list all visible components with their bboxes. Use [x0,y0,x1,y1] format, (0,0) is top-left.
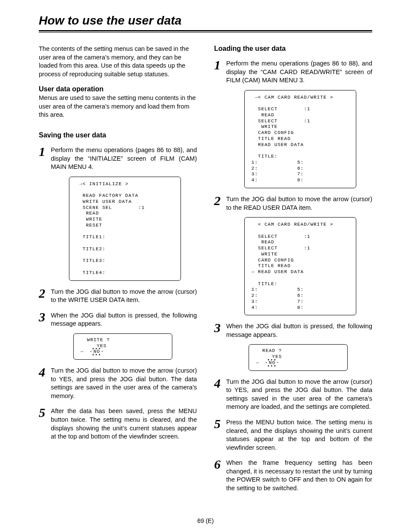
step-text: After the data has been saved, press the… [51,407,197,441]
right-step-2: 2 Turn the JOG dial button to move the a… [214,195,372,212]
left-step-3: 3 When the JOG dial button is pressed, t… [39,311,197,328]
page-number: 69 (E) [0,517,411,524]
screen-initialize: →< INITIALIZE > READ FACTORY DATA WRITE … [69,177,181,281]
step-text: Turn the JOG dial button to move the arr… [51,288,197,305]
intro-text: The contents of the setting menus can be… [39,45,197,78]
step-text: Turn the JOG dial button to move the arr… [226,378,372,411]
step-number-icon: 4 [39,367,51,377]
step-number-icon: 1 [214,59,226,70]
user-data-operation-text: Menus are used to save the setting menu … [39,94,197,119]
screen-cam-card-1: →< CAM CARD READ/WRITE > SELECT :1 READ … [244,90,356,188]
step-number-icon: 2 [39,288,51,298]
screen-write-prompt: WRITE ? YES → ▾▾▾╴NO╶▴▴▴ [73,333,172,360]
step-text: Turn the JOG dial button to move the arr… [51,367,197,400]
left-step-2: 2 Turn the JOG dial button to move the a… [39,288,197,305]
screen-cam-card-2: < CAM CARD READ/WRITE > SELECT :1 READ S… [244,217,356,315]
step-number-icon: 3 [214,322,226,333]
prompt-label: WRITE ? [87,337,110,342]
right-step-4: 4 Turn the JOG dial button to move the a… [214,378,372,411]
step-text: Turn the JOG dial button to move the arr… [226,195,372,212]
page-title: How to use the user data [39,14,372,28]
prompt-no-selected: ▾▾▾╴NO╶▴▴▴ [265,361,278,365]
right-step-3: 3 When the JOG dial button is pressed, t… [214,322,372,339]
title-rule-thin [39,32,372,33]
heading-saving-user-data: Saving the user data [39,131,197,139]
heading-loading-user-data: Loading the user data [214,45,372,53]
step-text: When the JOG dial button is pressed, the… [226,322,372,339]
prompt-no-selected: ▾▾▾╴NO╶▴▴▴ [90,349,103,354]
left-column: The contents of the setting menus can be… [39,45,197,492]
step-number-icon: 3 [39,311,51,322]
left-step-1: 1 Perform the menu operations (pages 86 … [39,146,197,171]
step-text: When the frame frequency setting has bee… [226,459,372,492]
heading-user-data-operation: User data operation [39,85,197,93]
step-number-icon: 6 [214,459,226,469]
prompt-label: READ ? [262,348,282,353]
step-number-icon: 4 [214,378,226,388]
step-number-icon: 1 [39,146,51,156]
right-step-6: 6 When the frame frequency setting has b… [214,459,372,492]
step-number-icon: 2 [214,195,226,205]
screen-read-prompt: READ ? YES → ▾▾▾╴NO╶▴▴▴ [249,344,348,370]
step-text: Perform the menu operations (pages 86 to… [226,59,372,85]
step-text: When the JOG dial button is pressed, the… [51,311,197,328]
right-step-1: 1 Perform the menu operations (pages 86 … [214,59,372,85]
step-text: Press the MENU button twice. The setting… [226,418,372,452]
left-step-4: 4 Turn the JOG dial button to move the a… [39,367,197,400]
title-rule-thick [39,30,372,31]
left-step-5: 5 After the data has been saved, press t… [39,407,197,441]
step-number-icon: 5 [214,418,226,429]
step-number-icon: 5 [39,407,51,417]
step-text: Perform the menu operations (pages 86 to… [51,146,197,171]
right-column: Loading the user data 1 Perform the menu… [214,45,372,492]
right-step-5: 5 Press the MENU button twice. The setti… [214,418,372,452]
